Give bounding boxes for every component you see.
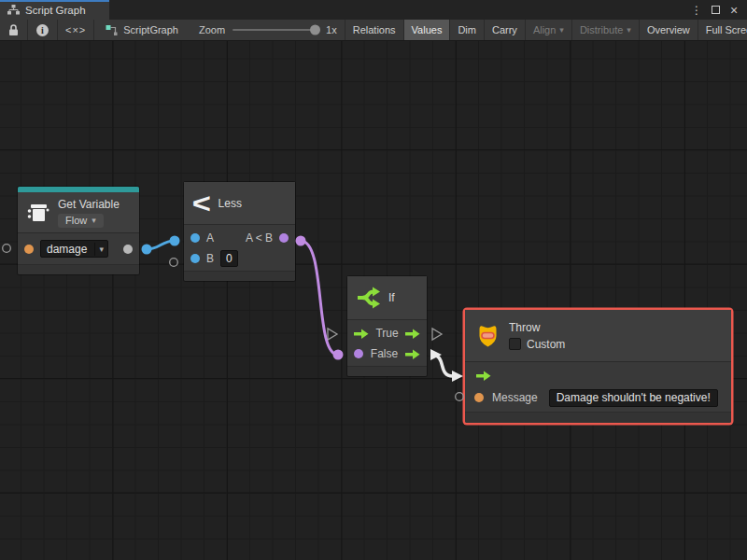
variable-name-value: damage	[41, 243, 94, 256]
if-false-label: False	[371, 347, 398, 360]
graph-hierarchy-icon	[7, 5, 20, 15]
less-a-label: A	[206, 231, 214, 245]
zoom-label: Zoom	[199, 24, 225, 35]
window-maximize-icon[interactable]	[708, 3, 723, 18]
window-controls: ⋮ ×	[689, 0, 747, 20]
dim-label: Dim	[458, 24, 476, 35]
distribute-label: Distribute	[580, 24, 623, 35]
values-button[interactable]: Values	[403, 20, 450, 40]
false-output-port[interactable]	[405, 349, 420, 359]
if-true-label: True	[375, 327, 398, 340]
lock-button[interactable]	[0, 20, 28, 40]
less-b-value-input[interactable]: 0	[220, 250, 238, 267]
less-result-output-port[interactable]	[279, 233, 289, 243]
less-output-label: A < B	[246, 231, 273, 245]
relations-label: Relations	[353, 24, 396, 35]
unconnected-port-circle[interactable]	[170, 259, 178, 267]
condition-input-port[interactable]	[354, 349, 363, 358]
less-icon: <	[192, 189, 211, 217]
message-label: Message	[492, 391, 538, 404]
variable-scope-dropdown[interactable]: Flow ▾	[58, 214, 104, 228]
tab-script-graph[interactable]: Script Graph	[0, 0, 109, 20]
lock-icon	[8, 24, 19, 36]
zoom-slider[interactable]	[233, 29, 318, 31]
node-get-variable[interactable]: Get Variable Flow ▾ damage ▾	[18, 187, 139, 274]
less-b-label: B	[206, 252, 214, 265]
relations-button[interactable]: Relations	[345, 20, 403, 40]
variable-icon	[25, 202, 49, 224]
code-icon: <×>	[65, 24, 86, 35]
variable-value-output-port[interactable]	[123, 245, 133, 254]
message-text-input[interactable]: Damage shouldn't be negative!	[549, 389, 718, 407]
less-a-input-port[interactable]	[190, 233, 200, 243]
message-input-port[interactable]	[474, 393, 484, 402]
node-title: Throw	[509, 321, 565, 334]
chevron-down-icon: ▾	[92, 216, 96, 225]
fullscreen-label: Full Screen	[706, 24, 747, 35]
tab-bar: Script Graph ⋮ ×	[0, 0, 747, 20]
wire-less-to-if[interactable]	[296, 236, 344, 360]
node-title: If	[388, 291, 395, 304]
zoom-slider-handle[interactable]	[310, 25, 320, 35]
flow-input-port[interactable]	[476, 371, 491, 381]
scope-label: Flow	[65, 215, 87, 226]
custom-label: Custom	[527, 338, 565, 351]
edit-source-button[interactable]: <×>	[58, 20, 94, 40]
window-menu-icon[interactable]: ⋮	[689, 3, 704, 18]
unconnected-flow-triangle[interactable]	[432, 329, 442, 340]
node-title: Less	[218, 197, 242, 210]
info-icon: i	[36, 24, 49, 36]
zoom-control: Zoom 1x	[186, 20, 345, 40]
values-label: Values	[412, 24, 443, 35]
script-graph-icon	[106, 24, 118, 35]
flow-input-port[interactable]	[354, 329, 369, 339]
true-output-port[interactable]	[405, 329, 420, 339]
chevron-down-icon: ▾	[559, 25, 564, 35]
window-close-icon[interactable]: ×	[726, 3, 741, 18]
unconnected-flow-triangle[interactable]	[328, 329, 337, 340]
fullscreen-button[interactable]: Full Screen	[698, 20, 747, 40]
branch-icon	[357, 286, 381, 310]
less-b-input-port[interactable]	[190, 254, 200, 263]
zoom-value: 1x	[326, 24, 337, 35]
wire-if-to-throw[interactable]	[430, 349, 463, 382]
throw-error-icon	[477, 323, 499, 348]
unconnected-port-circle[interactable]	[456, 393, 464, 401]
graph-canvas[interactable]: Get Variable Flow ▾ damage ▾	[0, 41, 747, 560]
graph-toolbar: i <×> ScriptGraph Zoom 1x Relations Valu…	[0, 20, 747, 41]
chevron-down-icon: ▾	[94, 243, 107, 256]
unity-visual-scripting-window: Script Graph ⋮ × i <×> ScriptG	[0, 0, 747, 560]
inspect-button[interactable]: i	[28, 20, 58, 40]
distribute-button[interactable]: Distribute ▾	[571, 20, 639, 40]
maximize-glyph	[712, 6, 720, 14]
overview-button[interactable]: Overview	[639, 20, 698, 40]
node-less[interactable]: < Less A A < B B 0	[184, 182, 295, 281]
node-if[interactable]: If True False	[347, 276, 427, 376]
unconnected-port-circle[interactable]	[3, 245, 11, 253]
align-button[interactable]: Align ▾	[525, 20, 571, 40]
less-b-value: 0	[226, 252, 233, 265]
carry-button[interactable]: Carry	[484, 20, 525, 40]
custom-checkbox[interactable]	[509, 338, 521, 350]
graph-name-area: ScriptGraph	[98, 20, 186, 40]
toolbar-right-group: Relations Values Dim Carry Align ▾ Distr…	[345, 20, 747, 40]
graph-name-label: ScriptGraph	[123, 24, 178, 35]
tab-title: Script Graph	[25, 5, 86, 16]
message-value: Damage shouldn't be negative!	[557, 391, 711, 404]
align-label: Align	[533, 24, 556, 35]
carry-label: Carry	[492, 24, 517, 35]
overview-label: Overview	[647, 24, 690, 35]
node-title: Get Variable	[58, 198, 120, 211]
variable-name-input-port[interactable]	[24, 245, 34, 254]
node-throw[interactable]: Throw Custom Message Dam	[465, 310, 731, 423]
wire-damage-to-a[interactable]	[142, 236, 180, 255]
variable-name-dropdown[interactable]: damage ▾	[40, 240, 108, 258]
chevron-down-icon: ▾	[627, 25, 631, 35]
dim-button[interactable]: Dim	[449, 20, 484, 40]
